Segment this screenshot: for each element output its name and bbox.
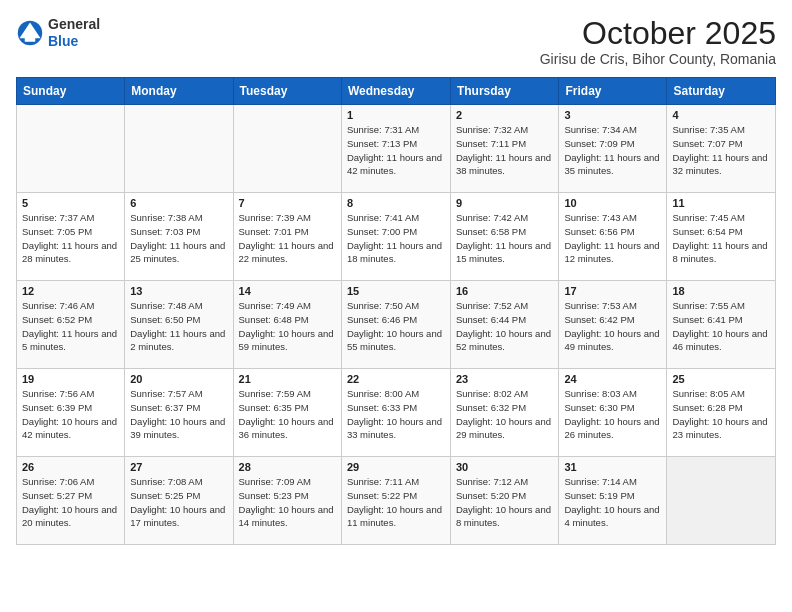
day-info: Sunrise: 7:50 AM Sunset: 6:46 PM Dayligh… <box>347 299 445 354</box>
day-info: Sunrise: 7:41 AM Sunset: 7:00 PM Dayligh… <box>347 211 445 266</box>
day-info: Sunrise: 8:03 AM Sunset: 6:30 PM Dayligh… <box>564 387 661 442</box>
day-info: Sunrise: 8:00 AM Sunset: 6:33 PM Dayligh… <box>347 387 445 442</box>
calendar-day-cell: 25Sunrise: 8:05 AM Sunset: 6:28 PM Dayli… <box>667 369 776 457</box>
calendar-day-cell: 28Sunrise: 7:09 AM Sunset: 5:23 PM Dayli… <box>233 457 341 545</box>
day-number: 6 <box>130 197 227 209</box>
day-info: Sunrise: 7:12 AM Sunset: 5:20 PM Dayligh… <box>456 475 554 530</box>
day-number: 30 <box>456 461 554 473</box>
calendar-day-cell: 9Sunrise: 7:42 AM Sunset: 6:58 PM Daylig… <box>450 193 559 281</box>
logo-icon <box>16 19 44 47</box>
day-number: 15 <box>347 285 445 297</box>
day-number: 31 <box>564 461 661 473</box>
weekday-header: Friday <box>559 78 667 105</box>
day-number: 7 <box>239 197 336 209</box>
svg-rect-2 <box>25 36 36 41</box>
day-number: 26 <box>22 461 119 473</box>
day-info: Sunrise: 7:37 AM Sunset: 7:05 PM Dayligh… <box>22 211 119 266</box>
calendar-day-cell: 8Sunrise: 7:41 AM Sunset: 7:00 PM Daylig… <box>341 193 450 281</box>
calendar-week-row: 1Sunrise: 7:31 AM Sunset: 7:13 PM Daylig… <box>17 105 776 193</box>
calendar-day-cell: 26Sunrise: 7:06 AM Sunset: 5:27 PM Dayli… <box>17 457 125 545</box>
calendar-day-cell: 1Sunrise: 7:31 AM Sunset: 7:13 PM Daylig… <box>341 105 450 193</box>
calendar-day-cell: 19Sunrise: 7:56 AM Sunset: 6:39 PM Dayli… <box>17 369 125 457</box>
calendar-day-cell: 14Sunrise: 7:49 AM Sunset: 6:48 PM Dayli… <box>233 281 341 369</box>
day-number: 27 <box>130 461 227 473</box>
calendar-week-row: 26Sunrise: 7:06 AM Sunset: 5:27 PM Dayli… <box>17 457 776 545</box>
day-number: 19 <box>22 373 119 385</box>
day-number: 17 <box>564 285 661 297</box>
day-number: 2 <box>456 109 554 121</box>
calendar-week-row: 5Sunrise: 7:37 AM Sunset: 7:05 PM Daylig… <box>17 193 776 281</box>
day-number: 1 <box>347 109 445 121</box>
logo-text: General Blue <box>48 16 100 50</box>
day-info: Sunrise: 7:14 AM Sunset: 5:19 PM Dayligh… <box>564 475 661 530</box>
day-number: 3 <box>564 109 661 121</box>
day-info: Sunrise: 7:31 AM Sunset: 7:13 PM Dayligh… <box>347 123 445 178</box>
calendar-week-row: 12Sunrise: 7:46 AM Sunset: 6:52 PM Dayli… <box>17 281 776 369</box>
calendar-day-cell: 30Sunrise: 7:12 AM Sunset: 5:20 PM Dayli… <box>450 457 559 545</box>
calendar-day-cell: 21Sunrise: 7:59 AM Sunset: 6:35 PM Dayli… <box>233 369 341 457</box>
calendar-day-cell: 3Sunrise: 7:34 AM Sunset: 7:09 PM Daylig… <box>559 105 667 193</box>
day-info: Sunrise: 7:45 AM Sunset: 6:54 PM Dayligh… <box>672 211 770 266</box>
calendar-table: SundayMondayTuesdayWednesdayThursdayFrid… <box>16 77 776 545</box>
day-number: 25 <box>672 373 770 385</box>
day-number: 28 <box>239 461 336 473</box>
weekday-header: Sunday <box>17 78 125 105</box>
day-info: Sunrise: 7:57 AM Sunset: 6:37 PM Dayligh… <box>130 387 227 442</box>
day-number: 14 <box>239 285 336 297</box>
day-number: 12 <box>22 285 119 297</box>
day-info: Sunrise: 7:35 AM Sunset: 7:07 PM Dayligh… <box>672 123 770 178</box>
day-info: Sunrise: 7:48 AM Sunset: 6:50 PM Dayligh… <box>130 299 227 354</box>
calendar-day-cell: 17Sunrise: 7:53 AM Sunset: 6:42 PM Dayli… <box>559 281 667 369</box>
day-info: Sunrise: 7:46 AM Sunset: 6:52 PM Dayligh… <box>22 299 119 354</box>
day-number: 11 <box>672 197 770 209</box>
calendar-day-cell: 13Sunrise: 7:48 AM Sunset: 6:50 PM Dayli… <box>125 281 233 369</box>
calendar-day-cell: 7Sunrise: 7:39 AM Sunset: 7:01 PM Daylig… <box>233 193 341 281</box>
day-info: Sunrise: 7:38 AM Sunset: 7:03 PM Dayligh… <box>130 211 227 266</box>
day-number: 18 <box>672 285 770 297</box>
calendar-day-cell: 11Sunrise: 7:45 AM Sunset: 6:54 PM Dayli… <box>667 193 776 281</box>
month-title: October 2025 <box>540 16 776 51</box>
day-info: Sunrise: 7:49 AM Sunset: 6:48 PM Dayligh… <box>239 299 336 354</box>
day-number: 9 <box>456 197 554 209</box>
day-number: 29 <box>347 461 445 473</box>
day-number: 8 <box>347 197 445 209</box>
day-number: 10 <box>564 197 661 209</box>
day-info: Sunrise: 7:34 AM Sunset: 7:09 PM Dayligh… <box>564 123 661 178</box>
day-info: Sunrise: 7:09 AM Sunset: 5:23 PM Dayligh… <box>239 475 336 530</box>
calendar-day-cell: 15Sunrise: 7:50 AM Sunset: 6:46 PM Dayli… <box>341 281 450 369</box>
weekday-header: Monday <box>125 78 233 105</box>
day-info: Sunrise: 7:11 AM Sunset: 5:22 PM Dayligh… <box>347 475 445 530</box>
location-title: Girisu de Cris, Bihor County, Romania <box>540 51 776 67</box>
day-info: Sunrise: 7:55 AM Sunset: 6:41 PM Dayligh… <box>672 299 770 354</box>
calendar-day-cell <box>233 105 341 193</box>
calendar-day-cell: 31Sunrise: 7:14 AM Sunset: 5:19 PM Dayli… <box>559 457 667 545</box>
day-info: Sunrise: 7:56 AM Sunset: 6:39 PM Dayligh… <box>22 387 119 442</box>
day-number: 22 <box>347 373 445 385</box>
day-info: Sunrise: 7:08 AM Sunset: 5:25 PM Dayligh… <box>130 475 227 530</box>
calendar-day-cell: 16Sunrise: 7:52 AM Sunset: 6:44 PM Dayli… <box>450 281 559 369</box>
weekday-header-row: SundayMondayTuesdayWednesdayThursdayFrid… <box>17 78 776 105</box>
day-info: Sunrise: 7:39 AM Sunset: 7:01 PM Dayligh… <box>239 211 336 266</box>
calendar-day-cell: 4Sunrise: 7:35 AM Sunset: 7:07 PM Daylig… <box>667 105 776 193</box>
calendar-day-cell <box>667 457 776 545</box>
day-info: Sunrise: 7:53 AM Sunset: 6:42 PM Dayligh… <box>564 299 661 354</box>
calendar-day-cell: 6Sunrise: 7:38 AM Sunset: 7:03 PM Daylig… <box>125 193 233 281</box>
calendar-day-cell: 10Sunrise: 7:43 AM Sunset: 6:56 PM Dayli… <box>559 193 667 281</box>
calendar-day-cell: 18Sunrise: 7:55 AM Sunset: 6:41 PM Dayli… <box>667 281 776 369</box>
day-number: 5 <box>22 197 119 209</box>
weekday-header: Saturday <box>667 78 776 105</box>
calendar-day-cell: 12Sunrise: 7:46 AM Sunset: 6:52 PM Dayli… <box>17 281 125 369</box>
day-info: Sunrise: 7:32 AM Sunset: 7:11 PM Dayligh… <box>456 123 554 178</box>
day-number: 24 <box>564 373 661 385</box>
calendar-week-row: 19Sunrise: 7:56 AM Sunset: 6:39 PM Dayli… <box>17 369 776 457</box>
day-info: Sunrise: 7:42 AM Sunset: 6:58 PM Dayligh… <box>456 211 554 266</box>
calendar-day-cell: 29Sunrise: 7:11 AM Sunset: 5:22 PM Dayli… <box>341 457 450 545</box>
day-number: 4 <box>672 109 770 121</box>
calendar-day-cell: 23Sunrise: 8:02 AM Sunset: 6:32 PM Dayli… <box>450 369 559 457</box>
day-info: Sunrise: 8:02 AM Sunset: 6:32 PM Dayligh… <box>456 387 554 442</box>
calendar-day-cell: 20Sunrise: 7:57 AM Sunset: 6:37 PM Dayli… <box>125 369 233 457</box>
calendar-day-cell: 27Sunrise: 7:08 AM Sunset: 5:25 PM Dayli… <box>125 457 233 545</box>
day-number: 20 <box>130 373 227 385</box>
day-info: Sunrise: 7:52 AM Sunset: 6:44 PM Dayligh… <box>456 299 554 354</box>
weekday-header: Wednesday <box>341 78 450 105</box>
